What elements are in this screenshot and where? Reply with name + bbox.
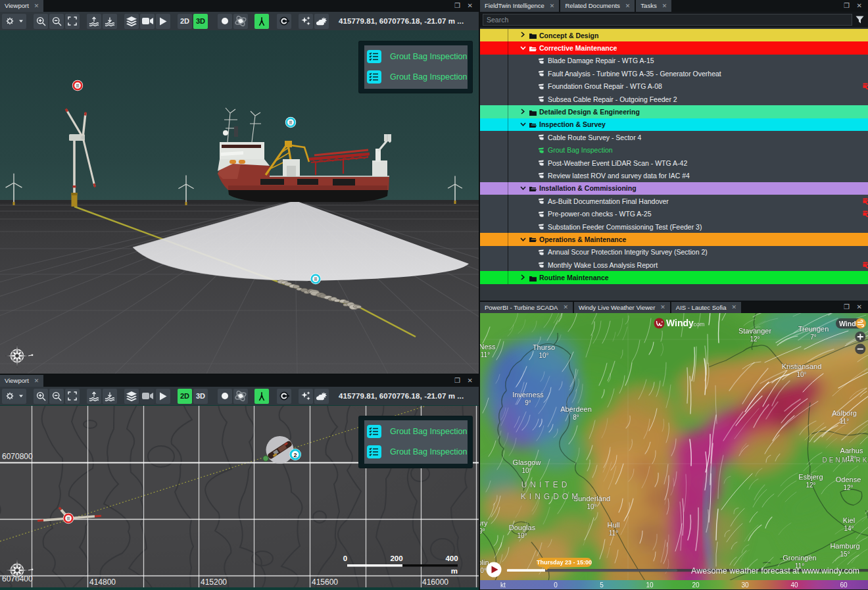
svg-text:Windy: Windy xyxy=(666,318,694,328)
svg-text:40: 40 xyxy=(790,581,798,589)
svg-text:Hamburg: Hamburg xyxy=(830,542,859,550)
svg-text:12°: 12° xyxy=(806,481,815,489)
svg-text:Aberdeen: Aberdeen xyxy=(560,405,592,413)
svg-text:10°: 10° xyxy=(796,371,806,378)
svg-text:Awesome weather forecast at ww: Awesome weather forecast at www.windy.co… xyxy=(691,566,859,576)
svg-text:10°: 10° xyxy=(587,503,596,510)
svg-text:416000: 416000 xyxy=(422,578,448,587)
svg-text:KINGDOM: KINGDOM xyxy=(521,492,581,501)
svg-text:0°: 0° xyxy=(480,567,487,574)
svg-text:15°: 15° xyxy=(840,551,850,558)
svg-text:10°: 10° xyxy=(517,532,527,539)
svg-text:11°: 11° xyxy=(481,351,490,358)
svg-text:10: 10 xyxy=(646,581,654,589)
svg-text:Treungen: Treungen xyxy=(798,325,829,333)
svg-text:6070800: 6070800 xyxy=(2,452,33,461)
svg-text:9°: 9° xyxy=(525,399,531,406)
svg-text:14°: 14° xyxy=(844,525,854,532)
svg-text:Thursday 23 - 15:00: Thursday 23 - 15:00 xyxy=(537,559,592,566)
svg-text:blin: blin xyxy=(480,558,489,566)
svg-text:9°: 9° xyxy=(480,528,485,535)
svg-text:10°: 10° xyxy=(521,467,531,474)
svg-text:20: 20 xyxy=(692,581,700,589)
svg-text:Odense: Odense xyxy=(836,476,861,483)
svg-text:wry: wry xyxy=(480,519,488,527)
svg-text:11°: 11° xyxy=(840,418,849,425)
svg-text:12°: 12° xyxy=(843,484,853,491)
svg-text:m: m xyxy=(451,567,458,575)
svg-text:2: 2 xyxy=(293,452,297,458)
svg-text:f Ness: f Ness xyxy=(480,343,496,351)
svg-text:11°: 11° xyxy=(609,529,618,537)
svg-text:12°: 12° xyxy=(750,335,760,343)
svg-text:Thurso: Thurso xyxy=(533,343,555,351)
svg-text:200: 200 xyxy=(390,554,402,562)
svg-text:Aalborg: Aalborg xyxy=(832,409,857,417)
svg-text:8°: 8° xyxy=(573,414,579,421)
svg-text:Kristiansand: Kristiansand xyxy=(782,362,822,370)
svg-text:Kiel: Kiel xyxy=(843,516,855,524)
svg-text:400: 400 xyxy=(445,554,458,562)
svg-text:Glasgow: Glasgow xyxy=(513,458,541,466)
svg-text:415600: 415600 xyxy=(312,578,338,587)
svg-text:Esbjerg: Esbjerg xyxy=(798,473,823,481)
svg-text:Hull: Hull xyxy=(608,521,620,529)
svg-text:10°: 10° xyxy=(539,352,548,359)
svg-text:5: 5 xyxy=(600,581,604,589)
svg-text:7°: 7° xyxy=(810,333,817,341)
svg-text:Stavanger: Stavanger xyxy=(738,327,771,335)
svg-text:Inverness: Inverness xyxy=(512,391,544,399)
svg-text:kt: kt xyxy=(500,581,506,589)
svg-text:.com: .com xyxy=(692,321,705,328)
svg-text:0: 0 xyxy=(343,554,347,562)
svg-text:0: 0 xyxy=(554,581,558,589)
svg-text:415200: 415200 xyxy=(201,578,227,587)
svg-text:UNITED: UNITED xyxy=(521,480,571,489)
svg-text:60: 60 xyxy=(840,581,848,589)
svg-text:Aarhus: Aarhus xyxy=(840,447,863,455)
svg-text:Wind: Wind xyxy=(839,320,856,328)
svg-text:Groningen: Groningen xyxy=(783,554,816,562)
svg-text:414800: 414800 xyxy=(89,578,116,587)
svg-text:DENMARK: DENMARK xyxy=(822,456,868,464)
svg-text:30: 30 xyxy=(741,581,749,589)
svg-text:Douglas: Douglas xyxy=(509,524,536,531)
